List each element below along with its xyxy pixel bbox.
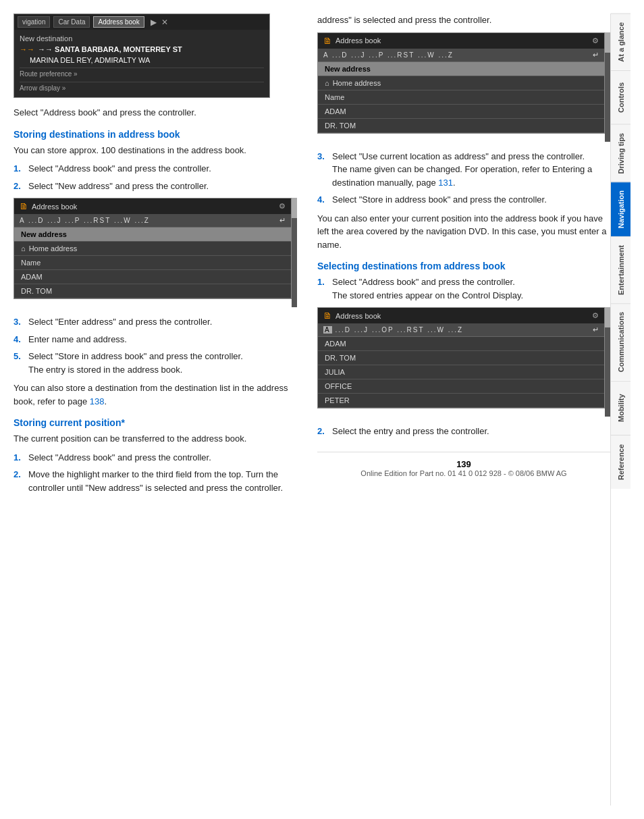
addr-title-section3: 🗎 Address book (323, 311, 381, 321)
section2-intro: The current position can be transferred … (14, 432, 297, 446)
section2-steps-list: 1. Select "Address book" and press the c… (14, 451, 297, 495)
addr-item-adam-s3[interactable]: ADAM (318, 337, 604, 351)
addr-screen-section3: 🗎 Address book ⚙ A ...D ...J ...OP ...RS… (317, 307, 610, 417)
right-column: address" is selected and press the contr… (311, 14, 610, 805)
addr-item-name-right-top[interactable]: Name (318, 90, 604, 105)
tab-controls[interactable]: Controls (611, 70, 630, 124)
addr-letters-section3: A ...D ...J ...OP ...RST ...W ...Z (323, 326, 463, 334)
selected-letter-a: A (323, 326, 332, 334)
addr-enter-key-section3: ↵ (593, 325, 599, 334)
addr-book-icon2: 🗎 (323, 36, 332, 46)
addr-settings-icon: ⚙ (279, 202, 286, 211)
home-icon2: ⌂ (325, 79, 329, 87)
addr-title-right-top: 🗎 Address book (323, 36, 381, 46)
nav-screen-top: vigation Car Data Address book ▶ ✕ New d… (14, 14, 270, 98)
nav-arrow-display[interactable]: Arrow display » (20, 82, 264, 94)
addr-item-office-s3[interactable]: OFFICE (318, 379, 604, 394)
addr-item-home-right-top[interactable]: ⌂ Home address (318, 76, 604, 90)
addr-item-drtom-s3[interactable]: DR. TOM (318, 351, 604, 365)
list-item: 1. Select "Address book" and press the c… (14, 451, 297, 465)
addr-item-julia-s3[interactable]: JULIA (318, 365, 604, 379)
left-column: vigation Car Data Address book ▶ ✕ New d… (14, 14, 311, 805)
addr-enter-key-left: ↵ (279, 216, 286, 225)
list-item: 2. Move the highlight marker to the thir… (14, 468, 297, 494)
nav-tab-cardata[interactable]: Car Data (53, 16, 90, 28)
note1-text: You can also store a destination from th… (14, 381, 297, 408)
section1-intro: You can store approx. 100 destinations i… (14, 144, 297, 157)
addr-item-new-address-right-top[interactable]: New address (318, 62, 604, 76)
list-item: 5. Select "Store in address book" and pr… (14, 350, 297, 376)
addr-letters-left: A ...D ...J ...P ...RST ...W ...Z (20, 217, 150, 224)
addr-item-adam-left[interactable]: ADAM (14, 270, 291, 284)
list-item: 1. Select "Address book" and press the c… (14, 162, 297, 176)
nav-tab-addressbook[interactable]: Address book (93, 16, 144, 28)
nav-route-pref[interactable]: Route preference » (20, 68, 264, 80)
note-top-text: You can also enter your current position… (317, 212, 610, 252)
addr-settings-icon2: ⚙ (592, 36, 599, 45)
section1-heading: Storing destinations in address book (14, 129, 297, 140)
right-intro-text: address" is selected and press the contr… (317, 14, 610, 27)
section3-steps-list: 1. Select "Address book" and press the c… (317, 275, 610, 302)
addr-scrollbar-section3[interactable] (605, 307, 610, 417)
addr-book-icon3: 🗎 (323, 311, 332, 321)
link-138[interactable]: 138 (90, 396, 105, 406)
section3-steps2-list: 2. Select the entry and press the contro… (317, 425, 610, 438)
section3-heading: Selecting destinations from address book (317, 261, 610, 271)
addr-enter-key-right-top: ↵ (593, 51, 599, 59)
addr-scrollbar-left[interactable] (292, 198, 297, 307)
addr-item-adam-right-top[interactable]: ADAM (318, 105, 604, 119)
tab-reference[interactable]: Reference (611, 435, 630, 489)
section2-heading: Storing current position* (14, 417, 297, 428)
addr-title-left: 🗎 Address book (20, 201, 77, 211)
addr-letters-right-top: A ...D ...J ...P ...RST ...W ...Z (323, 51, 454, 59)
link-131[interactable]: 131 (438, 178, 453, 188)
section1-steps2-list: 3. Select "Enter address" and press the … (14, 315, 297, 376)
addr-book-icon: 🗎 (20, 201, 28, 211)
list-item: 3. Select "Enter address" and press the … (14, 315, 297, 329)
tab-communications[interactable]: Communications (611, 303, 630, 380)
list-item: 1. Select "Address book" and press the c… (317, 275, 610, 302)
nav-new-dest: New destination (20, 33, 264, 44)
list-item: 4. Enter name and address. (14, 333, 297, 346)
addr-item-drtom-right-top[interactable]: DR. TOM (318, 119, 604, 133)
list-item: 4. Select "Store in address book" and pr… (317, 193, 610, 207)
addr-item-drtom-left[interactable]: DR. TOM (14, 284, 291, 298)
tab-navigation[interactable]: Navigation (611, 182, 630, 236)
addr-item-peter-s3[interactable]: PETER (318, 394, 604, 408)
nav-route1: →→ →→ SANTA BARBARA, MONTERREY ST (20, 44, 264, 55)
footer-text: Online Edition for Part no. 01 41 0 012 … (317, 469, 610, 477)
addr-settings-icon3: ⚙ (592, 311, 599, 320)
addr-item-home-left[interactable]: ⌂ Home address (14, 242, 291, 256)
list-item: 3. Select "Use current location as addre… (317, 150, 610, 190)
right-steps-top-list: 3. Select "Use current location as addre… (317, 150, 610, 207)
home-icon: ⌂ (21, 244, 26, 253)
tab-mobility[interactable]: Mobility (611, 381, 630, 435)
tab-driving-tips[interactable]: Driving tips (611, 124, 630, 182)
addr-scrollbar-right-top[interactable] (605, 32, 610, 142)
nav-tab-navigation[interactable]: vigation (18, 16, 50, 28)
left-intro-text: Select "Address book" and press the cont… (14, 106, 297, 120)
nav-route2: MARINA DEL REY, ADMIRALTY WA (20, 55, 264, 65)
addr-screen-right-top: 🗎 Address book ⚙ A ...D ...J ...P ...RST… (317, 32, 610, 142)
addr-item-new-address-left[interactable]: New address (14, 228, 291, 242)
page-number: 139 (317, 459, 610, 469)
side-tabs: At a glance Controls Driving tips Naviga… (610, 14, 630, 805)
addr-item-name-left[interactable]: Name (14, 256, 291, 270)
tab-entertainment[interactable]: Entertainment (611, 236, 630, 303)
section1-steps-list: 1. Select "Address book" and press the c… (14, 162, 297, 192)
addr-screen-left: 🗎 Address book ⚙ A ...D ...J ...P ...RST… (14, 198, 297, 307)
page-footer: 139 Online Edition for Part no. 01 41 0 … (317, 452, 610, 481)
tab-at-a-glance[interactable]: At a glance (611, 14, 630, 70)
list-item: 2. Select the entry and press the contro… (317, 425, 610, 438)
list-item: 2. Select "New address" and press the co… (14, 180, 297, 193)
